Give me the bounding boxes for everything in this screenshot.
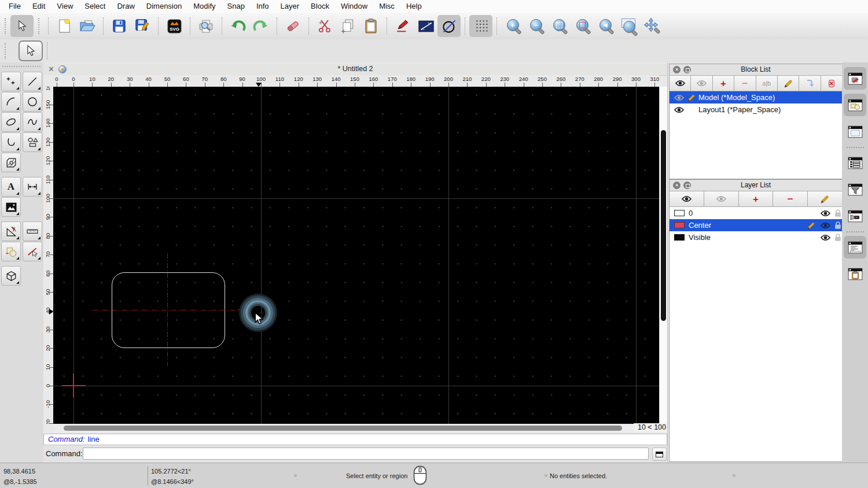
auto-zoom-button[interactable] xyxy=(547,15,571,37)
eye-icon[interactable] xyxy=(821,234,830,241)
dock-blank-window-button[interactable] xyxy=(844,120,866,143)
add-block-button[interactable]: + xyxy=(713,76,734,91)
layer-list-item[interactable]: 0 xyxy=(670,207,842,219)
lock-icon[interactable] xyxy=(834,209,841,217)
dimension-tool[interactable] xyxy=(23,177,42,197)
remove-layer-button[interactable]: − xyxy=(773,191,808,206)
freeze-all-layers-button[interactable] xyxy=(704,191,739,206)
open-document-button[interactable] xyxy=(76,15,99,37)
menu-window[interactable]: Window xyxy=(335,0,373,13)
block-list-item[interactable]: Model (*Model_Space) xyxy=(670,91,842,103)
attributes-pen-button[interactable] xyxy=(391,15,414,37)
cut-button[interactable] xyxy=(313,15,336,37)
image-tool[interactable] xyxy=(1,197,21,217)
line-endpoints-button[interactable] xyxy=(414,15,437,37)
menu-view[interactable]: View xyxy=(51,0,79,13)
modify-tool[interactable] xyxy=(1,242,21,261)
shapes-tool[interactable] xyxy=(23,132,42,152)
arc-tool[interactable] xyxy=(1,92,21,112)
palette-drag-handle[interactable] xyxy=(2,66,41,67)
copy-button[interactable] xyxy=(336,15,359,37)
points-tool[interactable] xyxy=(1,72,21,91)
menu-layer[interactable]: Layer xyxy=(275,0,306,13)
circle-line-button[interactable] xyxy=(437,15,461,37)
lock-icon[interactable] xyxy=(834,234,841,242)
menu-info[interactable]: Info xyxy=(251,0,275,13)
menu-block[interactable]: Block xyxy=(305,0,335,13)
delete-block-button[interactable]: ✕ xyxy=(821,76,842,91)
command-detach-button[interactable] xyxy=(652,448,667,461)
centerline-horizontal[interactable] xyxy=(93,310,243,310)
zoom-window-button[interactable] xyxy=(617,15,640,37)
print-preview-button[interactable] xyxy=(194,15,218,37)
ruler-tool[interactable] xyxy=(23,221,42,241)
menu-snap[interactable]: Snap xyxy=(222,0,251,13)
svg-export-button[interactable]: SVG xyxy=(163,15,186,37)
block-list-item[interactable]: Layout1 (*Paper_Space) xyxy=(670,103,842,116)
dock-drawing-window-button[interactable] xyxy=(844,67,866,90)
menu-edit[interactable]: Edit xyxy=(27,0,51,13)
toolbar-drag-handle[interactable] xyxy=(38,18,39,34)
menu-help[interactable]: Help xyxy=(400,0,428,13)
new-document-button[interactable] xyxy=(53,15,76,37)
command-input[interactable] xyxy=(83,448,649,460)
dock-clipboard-window-button[interactable] xyxy=(844,263,866,285)
scrollbar-thumb[interactable] xyxy=(661,130,666,321)
zoom-selection-button[interactable] xyxy=(571,15,594,37)
hatch-tool[interactable] xyxy=(1,153,21,172)
vertical-scrollbar[interactable] xyxy=(659,87,668,424)
text-tool[interactable]: A xyxy=(1,177,21,197)
defreeze-all-button[interactable] xyxy=(670,76,691,91)
toolbar-drag-handle[interactable] xyxy=(5,43,6,59)
select-arrow-button[interactable] xyxy=(10,15,34,37)
dock-projector-window-button[interactable] xyxy=(844,205,866,227)
menu-draw[interactable]: Draw xyxy=(111,0,140,13)
edit-layer-button[interactable] xyxy=(808,191,842,206)
undo-button[interactable] xyxy=(226,15,249,37)
select-tool-button[interactable] xyxy=(19,40,43,61)
edit-block-button[interactable] xyxy=(778,76,799,91)
rename-block-button[interactable]: a|b xyxy=(756,76,778,91)
dock-filter-window-button[interactable] xyxy=(844,178,866,201)
menu-modify[interactable]: Modify xyxy=(187,0,221,13)
insert-block-button[interactable] xyxy=(799,76,821,91)
eraser-button[interactable] xyxy=(281,15,304,37)
zoom-out-button[interactable]: − xyxy=(524,15,547,37)
layer-list-item[interactable]: Visible xyxy=(670,231,842,243)
remove-block-button[interactable]: − xyxy=(734,76,756,91)
menu-select[interactable]: Select xyxy=(79,0,111,13)
spline-tool[interactable] xyxy=(23,112,42,132)
menu-dimension[interactable]: Dimension xyxy=(141,0,187,13)
eye-icon[interactable] xyxy=(821,222,830,229)
save-button[interactable] xyxy=(108,15,131,37)
zoom-in-button[interactable]: + xyxy=(501,15,524,37)
dock-shapes-window-button[interactable] xyxy=(844,94,866,116)
dock-command-window-button[interactable] xyxy=(844,236,866,258)
menu-file[interactable]: File xyxy=(3,0,27,13)
defreeze-all-layers-button[interactable] xyxy=(670,191,704,206)
dock-list-window-button[interactable] xyxy=(844,151,866,174)
circle-tool[interactable] xyxy=(23,92,42,112)
freeze-all-button[interactable] xyxy=(691,76,712,91)
drawing-canvas[interactable] xyxy=(53,87,659,424)
deselect-tool[interactable] xyxy=(23,242,42,261)
polyline-tool[interactable] xyxy=(1,132,21,152)
eye-icon[interactable] xyxy=(821,210,830,217)
pan-button[interactable] xyxy=(640,15,663,37)
paste-button[interactable] xyxy=(359,15,382,37)
horizontal-scrollbar[interactable] xyxy=(53,424,634,432)
measure-tool[interactable] xyxy=(1,221,21,241)
ellipse-tool[interactable] xyxy=(1,112,21,132)
redo-button[interactable] xyxy=(249,15,273,37)
lock-icon[interactable] xyxy=(834,221,841,230)
toolbar-drag-handle[interactable] xyxy=(5,18,6,34)
layer-list-item[interactable]: Center xyxy=(670,219,842,231)
add-layer-button[interactable]: + xyxy=(739,191,774,206)
grid-toggle-button[interactable] xyxy=(469,15,492,37)
line-tool[interactable] xyxy=(23,72,42,91)
previous-view-button[interactable]: ◀ xyxy=(594,15,617,37)
save-as-button[interactable] xyxy=(131,15,154,37)
scrollbar-thumb[interactable] xyxy=(64,426,622,431)
solid-tool[interactable] xyxy=(1,266,21,286)
menu-misc[interactable]: Misc xyxy=(373,0,400,13)
